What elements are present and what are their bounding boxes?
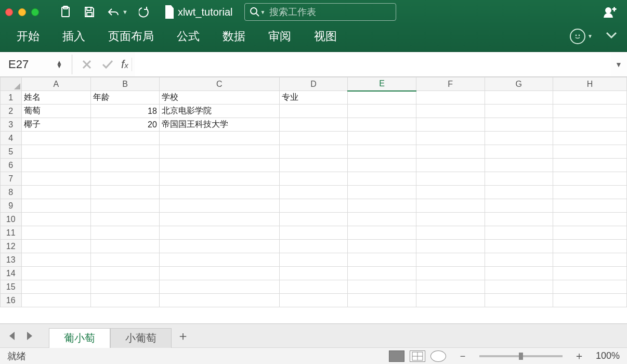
cell[interactable]: [485, 91, 553, 105]
row-header[interactable]: 13: [1, 253, 22, 267]
column-header[interactable]: D: [279, 77, 348, 91]
cell[interactable]: [279, 118, 348, 132]
cell[interactable]: [21, 294, 91, 307]
cell[interactable]: [348, 159, 416, 172]
cell[interactable]: [416, 132, 485, 145]
zoom-slider[interactable]: [479, 355, 563, 357]
cell[interactable]: [91, 199, 160, 213]
cell[interactable]: [159, 280, 279, 294]
row-header[interactable]: 14: [1, 267, 22, 280]
cell[interactable]: [91, 280, 160, 294]
cell[interactable]: [416, 199, 485, 213]
cell[interactable]: [416, 159, 485, 172]
cell[interactable]: [553, 118, 627, 132]
cell[interactable]: [91, 253, 160, 267]
cell[interactable]: 姓名: [21, 91, 91, 105]
window-close-button[interactable]: [5, 8, 13, 16]
search-box[interactable]: ▼: [244, 3, 396, 21]
cell[interactable]: 18: [91, 105, 160, 118]
cell[interactable]: [553, 91, 627, 105]
cell[interactable]: [485, 294, 553, 307]
search-dropdown-icon[interactable]: ▼: [260, 9, 266, 15]
cell[interactable]: [21, 253, 91, 267]
cell[interactable]: [21, 213, 91, 226]
cell[interactable]: [21, 240, 91, 253]
cell[interactable]: [485, 105, 553, 118]
column-header[interactable]: C: [159, 77, 279, 91]
row-header[interactable]: 5: [1, 145, 22, 159]
search-input[interactable]: [269, 7, 390, 18]
cell[interactable]: 20: [91, 118, 160, 132]
cell[interactable]: [159, 213, 279, 226]
page-break-view-button[interactable]: [430, 350, 446, 362]
cell[interactable]: 年龄: [91, 91, 160, 105]
cell[interactable]: [485, 280, 553, 294]
cell[interactable]: 专业: [279, 91, 348, 105]
ribbon-tab[interactable]: 开始: [5, 25, 51, 47]
normal-view-button[interactable]: [389, 350, 404, 362]
cell[interactable]: [553, 172, 627, 186]
cell[interactable]: [348, 91, 416, 105]
fx-icon[interactable]: fx: [118, 58, 132, 71]
cell[interactable]: [348, 145, 416, 159]
save-icon[interactable]: [81, 3, 98, 21]
cell[interactable]: [348, 118, 416, 132]
expand-formula-icon[interactable]: ▼: [610, 60, 627, 69]
cell[interactable]: [159, 240, 279, 253]
ribbon-tab[interactable]: 页面布局: [97, 25, 165, 47]
row-header[interactable]: 3: [1, 118, 22, 132]
cell[interactable]: [485, 213, 553, 226]
cell[interactable]: [485, 253, 553, 267]
cell[interactable]: [348, 172, 416, 186]
column-header[interactable]: B: [91, 77, 160, 91]
cell[interactable]: [279, 267, 348, 280]
zoom-level[interactable]: 100%: [596, 350, 620, 361]
cell[interactable]: [279, 105, 348, 118]
cell[interactable]: [485, 172, 553, 186]
cell[interactable]: [279, 240, 348, 253]
cell[interactable]: [485, 145, 553, 159]
cell[interactable]: [553, 267, 627, 280]
cell[interactable]: [21, 132, 91, 145]
collapse-ribbon-icon[interactable]: [605, 31, 618, 41]
cell[interactable]: [91, 267, 160, 280]
redo-icon[interactable]: [136, 3, 154, 21]
cell[interactable]: [21, 199, 91, 213]
cell[interactable]: [553, 105, 627, 118]
cell[interactable]: [279, 226, 348, 240]
cell[interactable]: 北京电影学院: [159, 105, 279, 118]
share-icon[interactable]: +: [601, 3, 619, 21]
page-layout-view-button[interactable]: [410, 350, 425, 362]
cell[interactable]: [159, 226, 279, 240]
row-header[interactable]: 7: [1, 172, 22, 186]
cell[interactable]: [553, 280, 627, 294]
cell[interactable]: [485, 199, 553, 213]
cell[interactable]: [485, 159, 553, 172]
cell[interactable]: [416, 213, 485, 226]
column-header[interactable]: E: [348, 77, 416, 91]
cell[interactable]: [21, 159, 91, 172]
cell[interactable]: [553, 159, 627, 172]
cell[interactable]: [553, 240, 627, 253]
paste-icon[interactable]: [57, 3, 74, 21]
cell[interactable]: [21, 186, 91, 199]
cell[interactable]: [553, 213, 627, 226]
cell[interactable]: [348, 105, 416, 118]
zoom-out-button[interactable]: －: [458, 349, 468, 363]
feedback-dropdown-icon[interactable]: ▼: [587, 33, 593, 39]
cell[interactable]: [91, 240, 160, 253]
cell[interactable]: [553, 145, 627, 159]
cell[interactable]: [348, 294, 416, 307]
cell[interactable]: [348, 267, 416, 280]
cell[interactable]: [279, 145, 348, 159]
cell[interactable]: [279, 213, 348, 226]
cell[interactable]: [159, 145, 279, 159]
window-zoom-button[interactable]: [31, 8, 39, 16]
cell[interactable]: [348, 213, 416, 226]
cell[interactable]: [159, 199, 279, 213]
cell[interactable]: [91, 159, 160, 172]
cell[interactable]: [348, 226, 416, 240]
feedback-button[interactable]: ▼: [570, 29, 593, 44]
cell[interactable]: [21, 267, 91, 280]
cell[interactable]: [485, 132, 553, 145]
